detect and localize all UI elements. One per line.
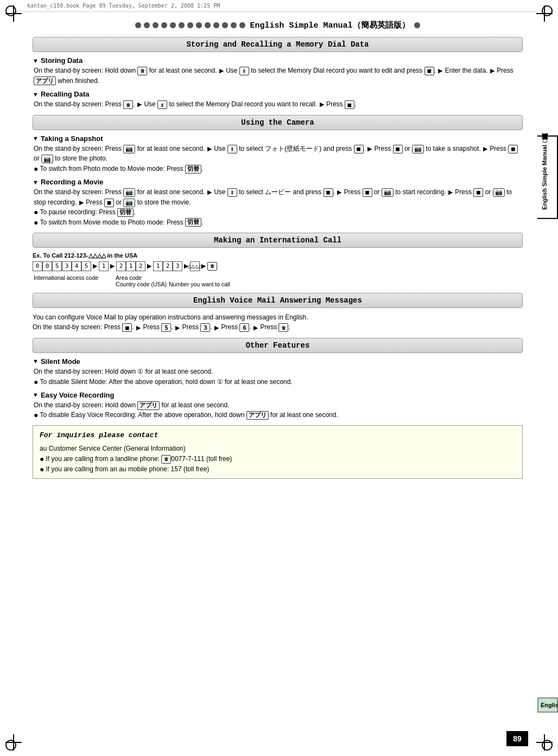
section-header-storing: Storing and Recalling a Memory Dial Data xyxy=(33,37,523,52)
dot-12 xyxy=(231,22,237,28)
btn-pause-m: 切替 xyxy=(117,208,134,217)
btn-evr: アプリ xyxy=(137,401,160,410)
btn-call-intl: ☎ xyxy=(207,262,217,271)
dot-13 xyxy=(239,22,245,28)
corner-mark-tl xyxy=(5,5,22,22)
intl-call-sequence: 0 0 5 3 4 5 ▶ 1 ▶ 2 1 2 ▶ xyxy=(33,261,523,271)
page-header: English Simple Manual（簡易英語版） xyxy=(33,20,523,30)
right-tab-text: English Simple Manual（簡易英語版） xyxy=(541,145,548,210)
intl-access-code: 0 0 5 3 4 5 xyxy=(33,261,91,271)
subsection-storing-data: ▼ Storing Data On the stand-by screen: H… xyxy=(33,56,523,86)
silent-mode-body: On the stand-by screen: Hold down ① for … xyxy=(34,367,523,387)
contact-title: For inquiries please contact xyxy=(40,430,516,441)
intl-call-example: Ex. To Call 212-123-△△△△ in the USA xyxy=(33,252,523,259)
section-header-voicemail: English Voice Mail Answering Messages xyxy=(33,293,523,308)
right-side-tab: English Simple Manual（簡易英語版） xyxy=(537,136,558,219)
btn-nav-s: ↕ xyxy=(227,145,237,153)
btn-phone-landline: ☎ xyxy=(161,455,171,464)
main-content: English Simple Manual（簡易英語版） Storing and… xyxy=(22,12,534,740)
recalling-data-title: ▼ Recalling Data xyxy=(33,90,523,98)
voice-mail-body: You can configure Voice Mail to play ope… xyxy=(33,312,523,332)
btn-cam-m4: 📷 xyxy=(123,198,135,207)
file-info-bar: kantan_c150.book Page 89 Tuesday, Septem… xyxy=(22,0,536,12)
btn-ok-r: ■ xyxy=(345,100,354,109)
subsection-recalling-data: ▼ Recalling Data On the stand-by screen:… xyxy=(33,90,523,110)
btn-vm-6: 6 xyxy=(239,323,249,332)
snapshot-bullet-1: ● To switch from Photo mode to Movie mod… xyxy=(34,164,523,174)
snapshot-body: On the stand-by screen: Press 📷 for at l… xyxy=(34,144,523,174)
intl-call-box: Ex. To Call 212-123-△△△△ in the USA 0 0 … xyxy=(33,252,523,287)
btn-dial-r: ☎ xyxy=(123,100,133,109)
btn-cam-s3: 📷 xyxy=(41,155,53,163)
intl-label-number: Number you want to call xyxy=(168,281,231,287)
btn-ok1: ■ xyxy=(424,67,434,75)
phone-number: △△△△ xyxy=(190,261,200,271)
silent-mode-title: ▼ Silent Mode xyxy=(33,357,523,366)
country-code: 1 xyxy=(99,261,109,271)
dot-4 xyxy=(161,22,167,28)
file-info-text: kantan_c150.book Page 89 Tuesday, Septem… xyxy=(27,3,220,9)
movie-bullet-1: ● To pause recording: Press 切替. xyxy=(34,207,523,217)
btn-dial: ☎ xyxy=(137,67,147,75)
btn-cam-s2: 📷 xyxy=(412,145,424,153)
btn-vm-ok: ■ xyxy=(122,323,132,332)
dot-5 xyxy=(170,22,176,28)
btn-cam-s: 📷 xyxy=(123,145,135,153)
dot-8 xyxy=(196,22,202,28)
movie-bullet-2: ● To switch from Movie mode to Photo mod… xyxy=(34,217,523,227)
btn-vm-5: 5 xyxy=(161,323,171,332)
btn-ok-s3: ■ xyxy=(508,145,518,153)
section-storing-recalling: Storing and Recalling a Memory Dial Data… xyxy=(33,37,523,110)
intl-labels-table: International access code Area code Coun… xyxy=(33,274,231,287)
easy-voice-bullet-1: ● To disable Easy Voice Recording: After… xyxy=(34,410,523,420)
area-code: 2 1 2 xyxy=(116,261,145,271)
section-camera: Using the Camera ▼ Taking a Snapshot On … xyxy=(33,115,523,227)
intl-label-country: Country code (USA) xyxy=(115,281,168,287)
movie-body: On the stand-by screen: Press 📷 for at l… xyxy=(34,187,523,227)
easy-voice-title: ▼ Easy Voice Recording xyxy=(33,391,523,399)
btn-nav-r: ↕ xyxy=(157,100,167,109)
dot-1 xyxy=(135,22,141,28)
btn-ok-m4: ■ xyxy=(104,198,114,207)
subsection-snapshot: ▼ Taking a Snapshot On the stand-by scre… xyxy=(33,134,523,174)
btn-ok-m3: ■ xyxy=(473,188,483,197)
dot-right xyxy=(414,22,420,28)
btn-vm-3: 3 xyxy=(200,323,210,332)
intl-label-area: Area code xyxy=(115,274,168,281)
header-dots xyxy=(135,22,245,28)
dot-9 xyxy=(205,22,211,28)
recalling-data-body: On the stand-by screen: Press ☎. ▶ Use ↕… xyxy=(34,99,523,110)
movie-title: ▼ Recording a Movie xyxy=(33,178,523,186)
btn-cam-m3: 📷 xyxy=(493,188,505,197)
btn-app: アプリ xyxy=(34,76,56,85)
btn-ok-m: ■ xyxy=(324,188,333,197)
dot-11 xyxy=(222,22,228,28)
section-header-other: Other Features xyxy=(33,338,523,353)
contact-mobile-text: If you are calling from an au mobile pho… xyxy=(46,464,209,474)
dot-3 xyxy=(153,22,158,28)
btn-mode-m: 切替 xyxy=(185,218,201,227)
section-header-camera: Using the Camera xyxy=(33,115,523,130)
btn-cam-m2: 📷 xyxy=(382,188,394,197)
btn-evr-disable: アプリ xyxy=(246,411,269,420)
intl-label-access: International access code xyxy=(33,274,115,281)
contact-bullet-1: ● If you are calling from a landline pho… xyxy=(40,454,516,464)
contact-line1: au Customer Service Center (General Info… xyxy=(40,444,516,454)
contact-bullet-2: ● If you are calling from an au mobile p… xyxy=(40,464,516,474)
storing-data-body: On the stand-by screen: Hold down ☎ for … xyxy=(34,66,523,86)
storing-data-title: ▼ Storing Data xyxy=(33,56,523,65)
section-other-features: Other Features ▼ Silent Mode On the stan… xyxy=(33,338,523,420)
easy-voice-body: On the stand-by screen: Hold down アプリ fo… xyxy=(34,400,523,420)
intl-diagram: International access code Area code Coun… xyxy=(33,274,523,287)
local-number: 1 2 3 xyxy=(153,261,182,271)
header-title: English Simple Manual（簡易英語版） xyxy=(250,20,409,30)
dot-7 xyxy=(187,22,193,28)
btn-ok-s: ■ xyxy=(354,145,364,153)
contact-body: au Customer Service Center (General Info… xyxy=(40,444,516,474)
btn-cam-m: 📷 xyxy=(123,188,135,197)
section-voice-mail: English Voice Mail Answering Messages Yo… xyxy=(33,293,523,332)
dot-2 xyxy=(144,22,150,28)
section-header-intl: Making an International Call xyxy=(33,233,523,248)
dot-6 xyxy=(179,22,185,28)
btn-ok-s2: ■ xyxy=(393,145,403,153)
